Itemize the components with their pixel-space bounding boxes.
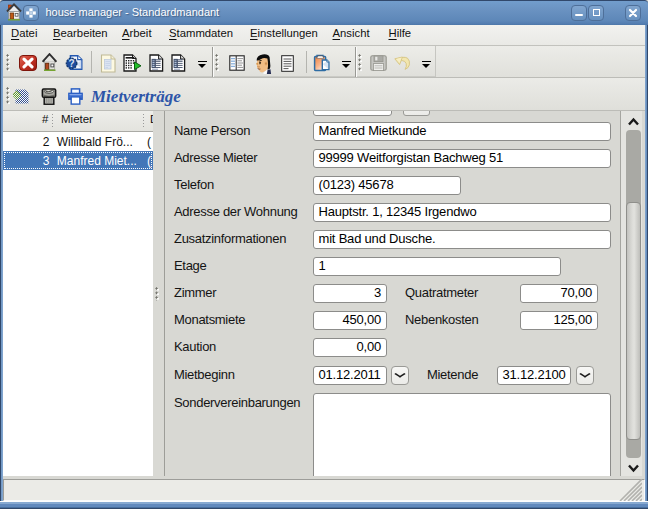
svg-text:?: ? bbox=[69, 58, 75, 69]
